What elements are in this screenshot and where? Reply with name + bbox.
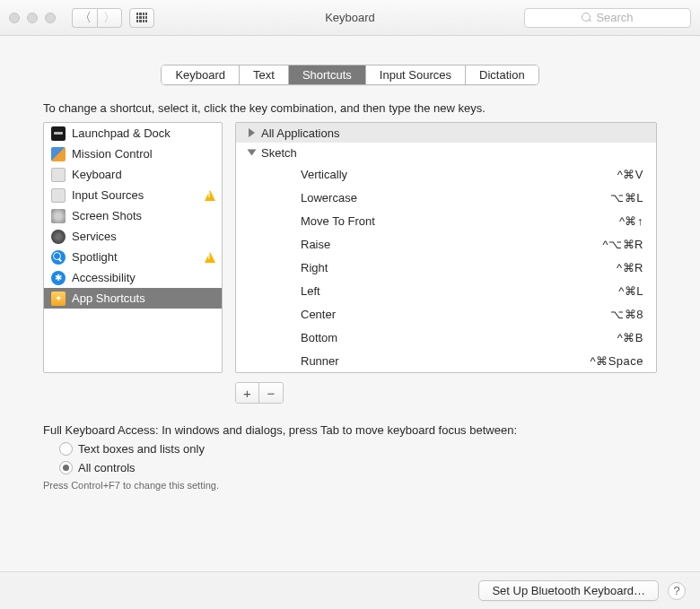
fka-heading: Full Keyboard Access: In windows and dia… (43, 423, 657, 437)
radio-text-boxes-only[interactable]: Text boxes and lists only (59, 442, 657, 456)
mission-control-icon (51, 147, 66, 161)
spotlight-icon (51, 250, 66, 265)
search-placeholder: Search (596, 11, 633, 24)
shortcut-row[interactable]: Vertically^⌘V (236, 162, 656, 186)
forward-button[interactable]: 〉 (97, 8, 122, 28)
tab-dictation[interactable]: Dictation (466, 65, 538, 84)
category-spotlight[interactable]: Spotlight (44, 247, 222, 267)
tab-shortcuts[interactable]: Shortcuts (289, 65, 366, 84)
shortcut-label: Move To Front (301, 214, 619, 228)
disclosure-triangle-icon (249, 128, 255, 137)
shortcut-row[interactable]: Bottom^⌘B (236, 326, 656, 349)
close-window-button[interactable] (9, 13, 20, 23)
bluetooth-keyboard-button[interactable]: Set Up Bluetooth Keyboard… (478, 580, 659, 601)
shortcut-label: Vertically (301, 168, 617, 181)
group-label: All Applications (261, 126, 339, 140)
shortcut-row[interactable]: Move To Front^⌘↑ (236, 209, 656, 232)
category-label: Accessibility (72, 271, 136, 284)
tab-bar: Keyboard Text Shortcuts Input Sources Di… (161, 65, 538, 85)
category-keyboard[interactable]: Keyboard (44, 164, 222, 185)
search-icon (582, 13, 591, 22)
add-shortcut-button[interactable]: + (236, 383, 259, 403)
category-label: Keyboard (72, 168, 122, 181)
group-label: Sketch (261, 146, 297, 160)
fka-hint: Press Control+F7 to change this setting. (43, 480, 657, 491)
tab-input-sources[interactable]: Input Sources (366, 65, 466, 84)
warning-icon (203, 188, 216, 202)
shortcut-keys[interactable]: ^⌥⌘R (603, 238, 644, 251)
shortcut-keys[interactable]: ^⌘Space (591, 354, 643, 368)
help-button[interactable]: ? (668, 582, 686, 600)
radio-label: Text boxes and lists only (78, 442, 205, 456)
grid-icon (136, 13, 147, 23)
category-screen-shots[interactable]: Screen Shots (44, 205, 222, 226)
disclosure-triangle-icon (248, 150, 257, 156)
warning-icon (203, 250, 216, 264)
tab-keyboard[interactable]: Keyboard (162, 65, 240, 84)
minimize-window-button[interactable] (27, 13, 38, 23)
category-services[interactable]: Services (44, 226, 222, 247)
shortcut-row[interactable]: Right^⌘R (236, 256, 656, 279)
show-all-button[interactable] (129, 8, 154, 28)
shortcut-row[interactable]: Runner^⌘Space (236, 349, 656, 372)
footer: Set Up Bluetooth Keyboard… ? (0, 571, 700, 609)
shortcut-keys[interactable]: ^⌘R (617, 261, 643, 274)
accessibility-icon (51, 271, 66, 285)
category-label: App Shortcuts (72, 291, 145, 305)
shortcut-row[interactable]: Lowercase⌥⌘L (236, 186, 656, 209)
shortcut-label: Bottom (301, 331, 617, 344)
category-label: Launchpad & Dock (72, 126, 171, 140)
shortcut-keys[interactable]: ⌥⌘8 (610, 308, 643, 321)
shortcut-label: Right (301, 261, 617, 274)
app-shortcuts-icon (51, 291, 66, 306)
keyboard-icon (51, 168, 66, 182)
group-all-applications[interactable]: All Applications (236, 123, 656, 143)
category-label: Screen Shots (72, 209, 142, 222)
search-input[interactable]: Search (524, 8, 691, 28)
window-controls (9, 13, 56, 23)
shortcut-keys[interactable]: ^⌘↑ (619, 214, 643, 228)
category-app-shortcuts[interactable]: App Shortcuts (44, 288, 222, 309)
window-title: Keyboard (325, 11, 375, 24)
category-accessibility[interactable]: Accessibility (44, 267, 222, 288)
shortcut-keys[interactable]: ^⌘V (617, 168, 643, 181)
radio-icon (59, 461, 73, 474)
screenshots-icon (51, 209, 66, 223)
shortcut-keys[interactable]: ^⌘L (618, 284, 643, 298)
category-label: Input Sources (72, 188, 144, 202)
category-list[interactable]: Launchpad & Dock Mission Control Keyboar… (43, 122, 223, 373)
remove-shortcut-button[interactable]: − (259, 383, 283, 403)
radio-icon (59, 442, 73, 456)
group-sketch[interactable]: Sketch (236, 143, 656, 162)
tab-text[interactable]: Text (240, 65, 289, 84)
shortcut-row[interactable]: Center⌥⌘8 (236, 302, 656, 326)
radio-label: All controls (78, 461, 136, 474)
shortcut-label: Lowercase (301, 191, 610, 204)
titlebar: 〈 〉 Keyboard Search (0, 0, 700, 36)
back-button[interactable]: 〈 (72, 8, 97, 28)
shortcut-label: Left (301, 284, 618, 298)
shortcut-row[interactable]: Raise^⌥⌘R (236, 232, 656, 256)
category-label: Spotlight (72, 250, 118, 264)
shortcut-label: Runner (301, 354, 591, 368)
shortcut-row[interactable]: Left^⌘L (236, 279, 656, 302)
category-label: Mission Control (72, 147, 153, 161)
category-label: Services (72, 230, 117, 243)
input-sources-icon (51, 188, 66, 203)
category-mission-control[interactable]: Mission Control (44, 144, 222, 164)
add-remove-control: + − (235, 382, 284, 404)
shortcut-list[interactable]: All Applications Sketch Vertically^⌘VLow… (235, 122, 657, 373)
shortcut-keys[interactable]: ⌥⌘L (610, 191, 643, 204)
category-launchpad[interactable]: Launchpad & Dock (44, 123, 222, 144)
nav-buttons: 〈 〉 (72, 8, 122, 28)
instruction-text: To change a shortcut, select it, click t… (43, 101, 657, 115)
shortcut-label: Center (301, 308, 610, 321)
category-input-sources[interactable]: Input Sources (44, 185, 222, 205)
launchpad-icon (51, 126, 66, 141)
services-icon (51, 230, 66, 244)
shortcut-keys[interactable]: ^⌘B (617, 331, 643, 344)
shortcut-label: Raise (301, 238, 603, 251)
radio-all-controls[interactable]: All controls (59, 461, 657, 474)
zoom-window-button[interactable] (45, 13, 56, 23)
